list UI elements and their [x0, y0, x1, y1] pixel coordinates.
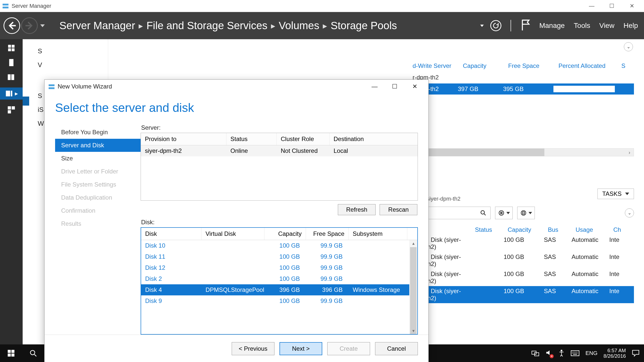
filter-list-button[interactable] — [495, 207, 513, 219]
wizard-step-nav: Before You BeginServer and DiskSizeDrive… — [55, 122, 141, 335]
dialog-maximize-button[interactable]: ☐ — [385, 80, 405, 93]
collapse-toggle[interactable]: ⌄ — [624, 42, 633, 51]
scroll-down-arrow[interactable]: ▾ — [409, 328, 417, 334]
crumb-3[interactable]: Storage Pools — [331, 20, 397, 32]
disk-row[interactable]: Disk 4DPMSQLStoragePool396 GB396 GBWindo… — [141, 284, 417, 295]
svg-rect-6 — [9, 59, 14, 66]
col-free[interactable]: Free Space — [506, 61, 556, 71]
disks-panel-row[interactable]: Virtual Disk (siyer-dpm-th2)100 GBSASAut… — [410, 252, 634, 269]
col-s[interactable]: S — [619, 61, 634, 71]
svg-rect-18 — [49, 84, 54, 86]
crumb-root[interactable]: Server Manager — [59, 20, 135, 32]
rail-all-servers-icon[interactable] — [6, 73, 16, 81]
col-server[interactable]: d-Write Server — [410, 61, 460, 71]
dcol-free[interactable]: Free Space — [306, 228, 349, 240]
dialog-minimize-button[interactable]: — — [365, 80, 385, 93]
wizard-step-6: Confirmation — [55, 204, 141, 217]
disk-row[interactable]: Disk 11100 GB99.9 GB — [141, 251, 417, 262]
dcol-vdisk[interactable]: Virtual Disk — [202, 228, 264, 240]
disk-vdisk — [202, 262, 264, 273]
disk-grid-scrollbar[interactable]: ▴ ▾ — [409, 240, 417, 334]
crumb-2[interactable]: Volumes — [279, 20, 319, 32]
host-titlebar: Server Manager — ☐ ✕ — [0, 0, 644, 12]
refresh-button[interactable]: Refresh — [338, 204, 376, 215]
disk-row[interactable]: Disk 10100 GB99.9 GB — [141, 240, 417, 251]
tray-volume-icon[interactable]: ✕ — [545, 349, 552, 357]
menu-manage[interactable]: Manage — [539, 22, 565, 30]
col-percent[interactable]: Percent Allocated — [556, 61, 619, 71]
tasks-dropdown[interactable]: TASKS — [597, 189, 634, 199]
start-button[interactable] — [0, 344, 22, 362]
disk-row[interactable]: Disk 2100 GB99.9 GB — [141, 273, 417, 284]
horizontal-scrollbar[interactable]: › — [410, 148, 634, 156]
scroll-up-arrow[interactable]: ▴ — [409, 240, 417, 247]
rail-file-storage-icon[interactable]: ▶ — [0, 87, 23, 100]
menu-tools[interactable]: Tools — [574, 22, 590, 30]
dialog-titlebar: New Volume Wizard — ☐ ✕ — [45, 80, 428, 93]
dcol-subsys[interactable]: Subsystem — [349, 228, 407, 240]
tray-language[interactable]: ENG — [585, 350, 597, 356]
wizard-step-2[interactable]: Size — [55, 152, 141, 165]
host-maximize-button[interactable]: ☐ — [602, 0, 622, 12]
scroll-thumb[interactable] — [410, 247, 417, 334]
disks-panel-row[interactable]: Virtual Disk (siyer-dpm-th2)100 GBSASAut… — [410, 269, 634, 286]
cancel-button[interactable]: Cancel — [375, 342, 418, 355]
server-row[interactable]: siyer-dpm-th2 Online Not Clustered Local — [141, 145, 418, 156]
dcol-usage[interactable]: Usage — [574, 225, 611, 235]
header-divider — [510, 20, 511, 31]
next-button[interactable]: Next > — [279, 342, 322, 355]
nav-history-dropdown[interactable] — [40, 24, 45, 27]
vdisk-bus: SAS — [544, 236, 572, 250]
scol-status[interactable]: Status — [226, 133, 277, 145]
dcol-capacity[interactable]: Capacity — [264, 228, 306, 240]
pool-row-selected[interactable]: r-dpm-th2 397 GB 395 GB — [410, 83, 634, 95]
vdisk-status — [471, 270, 504, 285]
tray-action-center-icon[interactable] — [632, 350, 639, 357]
host-close-button[interactable]: ✕ — [622, 0, 642, 12]
disks-panel-row[interactable]: Virtual Disk (siyer-dpm-th2)100 GBSASAut… — [410, 286, 634, 303]
rail-local-server-icon[interactable] — [6, 58, 16, 67]
disk-label: Disk: — [141, 219, 418, 226]
dcol-ch[interactable]: Ch — [611, 225, 634, 235]
scol-role[interactable]: Cluster Role — [277, 133, 330, 145]
nav-item-1[interactable]: V — [38, 61, 108, 69]
disk-row[interactable]: Disk 12100 GB99.9 GB — [141, 262, 417, 273]
expand-toggle[interactable]: ⌄ — [625, 208, 634, 217]
rescan-button[interactable]: Rescan — [380, 204, 417, 215]
notifications-flag-icon[interactable] — [520, 19, 530, 33]
dcol-disk[interactable]: Disk — [141, 228, 202, 240]
tray-accessibility-icon[interactable] — [558, 349, 565, 357]
disks-panel-row[interactable]: Virtual Disk (siyer-dpm-th2)100 GBSASAut… — [410, 235, 634, 252]
dcol-status[interactable]: Status — [473, 225, 506, 235]
crumb-1[interactable]: File and Storage Services — [146, 20, 267, 32]
rail-item-5-icon[interactable] — [6, 106, 16, 114]
tray-clock[interactable]: 6:57 AM 8/26/2016 — [603, 348, 626, 359]
dcol-bus[interactable]: Bus — [546, 225, 574, 235]
svg-rect-19 — [49, 87, 54, 89]
nav-item-0[interactable]: S — [38, 47, 108, 56]
tray-keyboard-icon[interactable] — [571, 350, 579, 356]
wizard-step-0[interactable]: Before You Begin — [55, 126, 141, 139]
host-minimize-button[interactable]: — — [582, 0, 602, 12]
rail-dashboard-icon[interactable] — [6, 44, 16, 52]
filter-save-button[interactable] — [517, 207, 535, 219]
refresh-button[interactable] — [490, 20, 501, 31]
scol-dest[interactable]: Destination — [330, 133, 418, 145]
scol-provision[interactable]: Provision to — [141, 133, 226, 145]
pool-row-free: 395 GB — [503, 85, 553, 93]
menu-view[interactable]: View — [599, 22, 614, 30]
tray-network-icon[interactable] — [532, 350, 539, 356]
col-capacity[interactable]: Capacity — [460, 61, 506, 71]
scrollbar-thumb[interactable] — [410, 149, 544, 156]
scrollbar-right-arrow[interactable]: › — [625, 149, 634, 156]
tasks-label: TASKS — [602, 190, 622, 197]
header-dropdown-icon[interactable] — [480, 25, 484, 27]
previous-button[interactable]: < Previous — [232, 342, 274, 355]
dcol-capacity[interactable]: Capacity — [506, 225, 546, 235]
disk-row[interactable]: Disk 9100 GB99.9 GB — [141, 295, 417, 306]
menu-help[interactable]: Help — [623, 22, 638, 30]
wizard-step-1[interactable]: Server and Disk — [55, 139, 141, 152]
dialog-close-button[interactable]: ✕ — [405, 80, 425, 93]
nav-back-button[interactable] — [4, 17, 20, 34]
search-button[interactable] — [22, 344, 44, 362]
